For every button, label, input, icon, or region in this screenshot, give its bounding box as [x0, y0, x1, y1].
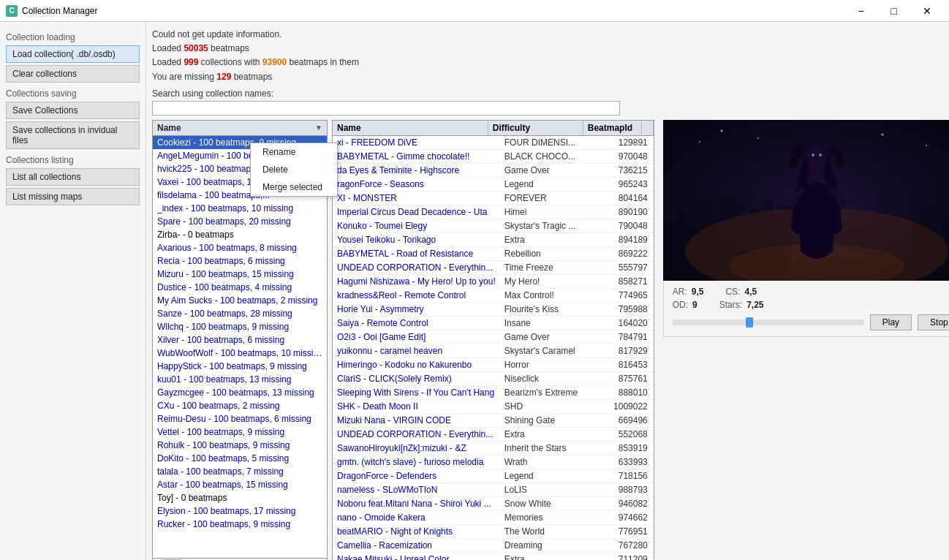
collection-item[interactable]: Astar - 100 beatmaps, 15 missing	[153, 478, 327, 491]
collection-item[interactable]: HappyStick - 100 beatmaps, 9 missing	[153, 360, 327, 373]
table-row[interactable]: BABYMETAL - Gimme chocolate!! BLACK CHOC…	[333, 150, 654, 164]
collection-item[interactable]: Zirba- - 0 beatmaps	[153, 228, 327, 241]
collection-item[interactable]: Mizuru - 100 beatmaps, 15 missing	[153, 268, 327, 281]
table-row[interactable]: Sleeping With Sirens - If You Can't Hang…	[333, 386, 654, 400]
table-row[interactable]: Horie Yui - Asymmetry Flourite's Kiss 79…	[333, 303, 654, 317]
beatmap-difficulty: Skystar's Tragic ...	[500, 219, 595, 232]
collection-item[interactable]: Toy] - 0 beatmaps	[153, 491, 327, 504]
beatmap-name: gmtn. (witch's slave) - furioso melodia	[333, 455, 500, 469]
table-row[interactable]: BABYMETAL - Road of Resistance Rebellion…	[333, 247, 654, 261]
table-row[interactable]: da Eyes & Teminite - Highscore Game Over…	[333, 164, 654, 178]
table-row[interactable]: Yousei Teikoku - Torikago Extra 894189	[333, 233, 654, 247]
table-row[interactable]: SHK - Death Moon II SHD 1009022	[333, 400, 654, 414]
beatmap-name: Noboru feat.Mitani Nana - Shiroi Yuki ..…	[333, 497, 500, 510]
close-button[interactable]: ✕	[910, 0, 943, 22]
collection-item[interactable]: Sanze - 100 beatmaps, 28 missing	[153, 307, 327, 320]
table-row[interactable]: SawanoHiroyuki[nZk]:mizuki - &Z Inherit …	[333, 442, 654, 455]
collection-item[interactable]: Wilchq - 100 beatmaps, 9 missing	[153, 320, 327, 333]
table-row[interactable]: kradness&Reol - Remote Control Max Contr…	[333, 289, 654, 303]
beatmap-difficulty: Legend	[500, 178, 595, 191]
collection-item[interactable]: Rucker - 100 beatmaps, 9 missing	[153, 518, 327, 531]
play-button[interactable]: Play	[870, 314, 912, 330]
beatmap-difficulty: Dreaming	[500, 539, 595, 552]
beatmap-col-diff-header: Difficulty	[488, 121, 583, 135]
collection-item[interactable]: Dustice - 100 beatmaps, 4 missing	[153, 281, 327, 294]
beatmap-list[interactable]: xi - FREEDOM DiVE FOUR DIMENSI... 129891…	[332, 135, 654, 560]
beatmap-id: 817929	[595, 344, 654, 357]
table-row[interactable]: Nakae Mitsuki - Unreal Color Extra 71120…	[333, 553, 654, 560]
table-row[interactable]: beatMARIO - Night of Knights The World 7…	[333, 525, 654, 539]
table-row[interactable]: yuikonnu - caramel heaven Skystar's Cara…	[333, 344, 654, 358]
beatmap-id: 552068	[595, 428, 654, 441]
table-row[interactable]: UNDEAD CORPORATION - Everythin... Time F…	[333, 261, 654, 275]
context-menu-item[interactable]: Delete	[251, 161, 337, 178]
search-input[interactable]	[152, 101, 620, 116]
collection-item[interactable]: My Aim Sucks - 100 beatmaps, 2 missing	[153, 294, 327, 307]
save-invidual-button[interactable]: Save collections in invidual files	[6, 121, 140, 149]
collection-item[interactable]: DoKito - 100 beatmaps, 5 missing	[153, 452, 327, 465]
table-row[interactable]: xi - FREEDOM DiVE FOUR DIMENSI... 129891	[333, 136, 654, 150]
load-collection-button[interactable]: Load collection( .db/.osdb)	[6, 45, 140, 63]
app-icon: C	[6, 5, 18, 17]
table-row[interactable]: nano - Omoide Kakera Memories 974662	[333, 511, 654, 525]
svg-point-27	[881, 133, 883, 135]
collection-item[interactable]: Axarious - 100 beatmaps, 8 missing	[153, 241, 327, 254]
list-missing-button[interactable]: List missing maps	[6, 188, 140, 205]
collection-item[interactable]: Elysion - 100 beatmaps, 17 missing	[153, 504, 327, 518]
collection-item[interactable]: Gayzmcgee - 100 beatmaps, 13 missing	[153, 386, 327, 399]
beatmap-difficulty: Game Over	[500, 164, 595, 177]
minimize-button[interactable]: −	[844, 0, 877, 22]
collection-item[interactable]: Recia - 100 beatmaps, 6 missing	[153, 254, 327, 268]
collection-item[interactable]: talala - 100 beatmaps, 7 missing	[153, 465, 327, 478]
table-row[interactable]: Noboru feat.Mitani Nana - Shiroi Yuki ..…	[333, 497, 654, 511]
table-row[interactable]: ClariS - CLICK(Solely Remix) Niseclick 8…	[333, 372, 654, 386]
collection-item[interactable]: Reimu-Desu - 100 beatmaps, 6 missing	[153, 412, 327, 425]
list-all-button[interactable]: List all collections	[6, 168, 140, 186]
collection-list[interactable]: Cookiezi - 100 beatmaps, 9 missingAngeLM…	[152, 135, 328, 559]
collection-item[interactable]: CXu - 100 beatmaps, 2 missing	[153, 399, 327, 412]
beatmap-difficulty: Snow White	[500, 497, 595, 510]
collection-item[interactable]: WubWoofWolf - 100 beatmaps, 10 missing	[153, 347, 327, 360]
beatmap-id: 869222	[595, 247, 654, 260]
table-row[interactable]: UNDEAD CORPORATION - Everythin... Extra …	[333, 428, 654, 442]
context-menu-item[interactable]: Rename	[251, 143, 337, 161]
table-row[interactable]: Camellia - Racemization Dreaming 767280	[333, 539, 654, 553]
table-row[interactable]: ragonForce - Seasons Legend 965243	[333, 178, 654, 192]
collection-item[interactable]: Spare - 100 beatmaps, 20 missing	[153, 215, 327, 228]
beatmap-id: 1009022	[595, 400, 654, 413]
collection-item[interactable]: Xilver - 100 beatmaps, 6 missing	[153, 333, 327, 347]
table-row[interactable]: gmtn. (witch's slave) - furioso melodia …	[333, 455, 654, 469]
beatmap-difficulty: Wrath	[500, 455, 595, 469]
beatmap-id: 795988	[595, 303, 654, 316]
beatmap-name: SHK - Death Moon II	[333, 400, 500, 413]
collection-item[interactable]: kuu01 - 100 beatmaps, 13 missing	[153, 373, 327, 386]
collection-item[interactable]: Vettel - 100 beatmaps, 9 missing	[153, 425, 327, 439]
table-row[interactable]: Mizuki Nana - VIRGIN CODE Shining Gate 6…	[333, 414, 654, 428]
table-row[interactable]: Saiya - Remote Control Insane 164020	[333, 317, 654, 330]
table-row[interactable]: DragonForce - Defenders Legend 718156	[333, 469, 654, 483]
beatmap-difficulty: My Hero!	[500, 275, 595, 288]
table-row[interactable]: XI - MONSTER FOREVER 804164	[333, 192, 654, 205]
table-row[interactable]: Konuko - Toumei Elegy Skystar's Tragic .…	[333, 219, 654, 233]
beatmap-name: UNDEAD CORPORATION - Everythin...	[333, 261, 500, 274]
collection-item[interactable]: Rohulk - 100 beatmaps, 9 missing	[153, 439, 327, 452]
progress-thumb[interactable]	[746, 317, 753, 328]
collection-item[interactable]: _index - 100 beatmaps, 10 missing	[153, 202, 327, 215]
stars-label: Stars:	[719, 300, 742, 310]
progress-bar[interactable]	[673, 319, 864, 325]
save-collections-button[interactable]: Save Collections	[6, 102, 140, 119]
context-menu-item[interactable]: Merge selected	[251, 178, 337, 196]
table-row[interactable]: Hagumi Nishizawa - My Hero! Up to you! M…	[333, 275, 654, 289]
sort-arrow-icon[interactable]: ▼	[315, 124, 322, 132]
beatmap-id: 858271	[595, 275, 654, 288]
table-row[interactable]: nameless - SLoWMoTIoN LoLIS 988793	[333, 483, 654, 497]
svg-point-25	[720, 129, 722, 132]
beatmap-id: 711209	[595, 553, 654, 560]
table-row[interactable]: O2i3 - Ooi [Game Edit] Game Over 784791	[333, 330, 654, 344]
stop-button[interactable]: Stop	[918, 314, 949, 330]
table-row[interactable]: Himeringo - Kodoku no Kakurenbo Horror 8…	[333, 358, 654, 372]
preview-image	[663, 120, 949, 281]
maximize-button[interactable]: □	[877, 0, 910, 22]
table-row[interactable]: Imperial Circus Dead Decadence - Uta Him…	[333, 205, 654, 219]
clear-collections-button[interactable]: Clear collections	[6, 65, 140, 83]
